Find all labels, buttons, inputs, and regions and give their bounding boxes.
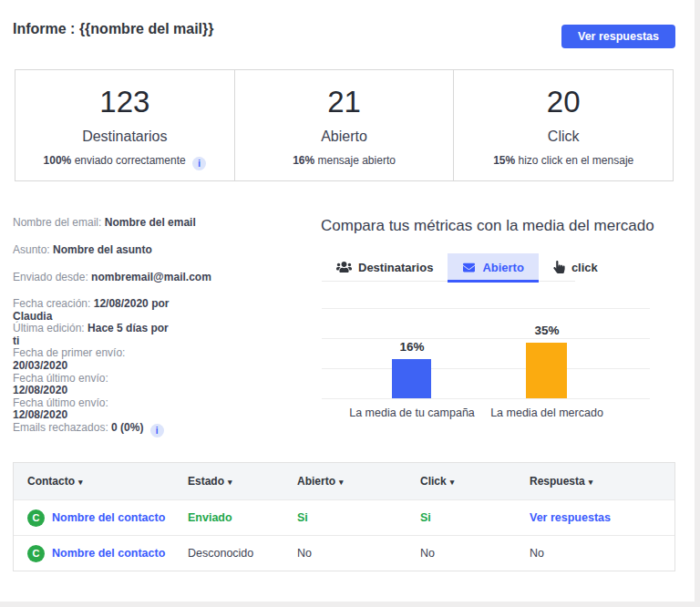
detail-label: Asunto: [13,243,50,256]
view-responses-link[interactable]: Ver respuestas [530,511,611,524]
detail-dates-block: Fecha creación: 12/08/2020 por Claudia Ú… [13,298,286,437]
email-details-panel: Nombre del email: Nombre del email Asunt… [13,216,286,437]
stat-highlight: 16% [293,154,314,167]
stat-card-recipients: 123 Destinatarios 100% enviado correctam… [15,70,234,180]
chevron-down-icon: ▾ [339,478,344,487]
stat-label: Click [454,129,673,145]
detail-value: Nombre del email [105,216,196,229]
stat-label: Destinatarios [15,129,234,145]
info-icon[interactable]: i [150,424,164,437]
comparison-bar-chart: 16% 35% La media de tu campaña La media … [322,308,650,399]
gridline [322,338,650,339]
chevron-down-icon: ▾ [78,478,83,487]
stat-card-clicked: 20 Click 15% hizo click en el mensaje [453,70,673,180]
bar-value-campaign: 16% [385,340,439,354]
contacts-table: Contacto▾ Estado▾ Abierto▾ Click▾ Respue… [13,462,675,571]
column-header-click[interactable]: Click▾ [407,475,516,488]
contact-cell: C Nombre del contacto [14,545,174,562]
column-label: Click [420,475,447,488]
stat-desc-text: enviado correctamente [75,154,186,167]
detail-value: 12/08/2020 por [94,297,170,310]
column-label: Estado [188,475,224,488]
detail-last-send-label: Fecha último envío: [13,373,286,386]
tab-abierto[interactable]: Abierto [448,253,539,281]
detail-value: Nombre del asunto [53,243,152,256]
report-page: Informe : {{nombre del mail}} Ver respue… [0,0,700,607]
detail-label: Enviado desde: [13,271,88,283]
column-label: Abierto [297,475,335,488]
view-responses-button[interactable]: Ver respuestas [561,25,675,48]
bar-campaign [392,359,431,398]
detail-first-send-value: 20/03/2020 [13,360,286,373]
detail-first-send-label: Fecha de primer envío: [13,347,286,360]
stat-desc-text: mensaje abierto [318,154,396,167]
info-icon[interactable]: i [192,157,206,170]
column-label: Contacto [27,475,75,488]
detail-last-send-value: 12/08/2020 [13,385,286,397]
bar-market [526,343,567,398]
category-label-campaign: La media de tu campaña [335,406,489,419]
stat-value: 20 [454,86,673,118]
stat-card-opened: 21 Abierto 16% mensaje abierto [234,70,454,180]
bar-value-market: 35% [520,324,574,337]
column-header-respuesta[interactable]: Respuesta▾ [516,475,674,488]
tab-destinatarios[interactable]: Destinatarios [322,253,448,281]
detail-last-send2-value: 12/08/2020 [13,409,286,422]
detail-edited-line2: ti [13,335,286,348]
compare-title: Compara tus métricas con la media del me… [321,217,676,235]
detail-value: Hace 5 días por [88,322,169,334]
compare-metrics-panel: Compara tus métricas con la media del me… [321,217,676,235]
avatar: C [27,509,45,527]
contact-cell: C Nombre del contacto [14,509,174,527]
column-header-abierto[interactable]: Abierto▾ [283,475,407,488]
column-label: Respuesta [530,475,585,488]
detail-sender: Enviado desde: nombremail@mail.com [13,271,286,283]
contact-link[interactable]: Nombre del contacto [52,511,165,524]
detail-created: Fecha creación: 12/08/2020 por [13,298,286,311]
stats-cards: 123 Destinatarios 100% enviado correctam… [15,69,674,181]
detail-value: nombremail@mail.com [91,271,211,283]
hand-pointer-icon [553,261,565,273]
detail-edited: Última edición: Hace 5 días por [13,323,286,335]
gridline [322,398,650,399]
estado-cell: Enviado [174,511,283,524]
people-icon [336,261,352,273]
avatar: C [27,545,45,562]
tab-label: click [571,261,598,274]
table-row: C Nombre del contacto Desconocido No No … [14,535,674,571]
stat-desc-text: hizo click en el mensaje [519,154,634,167]
detail-last-send2-label: Fecha último envío: [13,397,286,410]
report-content: Informe : {{nombre del mail}} Ver respue… [0,0,695,602]
tab-label: Destinatarios [358,261,433,274]
chevron-down-icon: ▾ [228,478,232,487]
stat-highlight: 15% [493,154,515,167]
click-cell: Si [407,511,516,524]
table-header-row: Contacto▾ Estado▾ Abierto▾ Click▾ Respue… [14,463,674,499]
detail-label: Fecha creación: [13,297,90,310]
stat-value: 21 [235,86,454,118]
tab-label: Abierto [482,261,524,274]
page-title: Informe : {{nombre del mail}} [13,21,214,37]
column-header-estado[interactable]: Estado▾ [174,475,283,488]
gridline [322,308,650,309]
detail-label: Nombre del email: [13,216,101,229]
abierto-cell: No [283,547,407,560]
stat-value: 123 [15,86,234,118]
detail-label: Emails rechazados: [13,421,108,434]
stat-description: 16% mensaje abierto [235,154,454,167]
detail-subject: Asunto: Nombre del asunto [13,243,286,256]
category-label-market: La media del mercado [469,406,624,419]
stat-highlight: 100% [44,154,72,167]
chevron-down-icon: ▾ [450,478,455,487]
abierto-cell: Si [283,511,407,524]
metric-tabs: Destinatarios Abierto click [322,253,575,282]
contact-link[interactable]: Nombre del contacto [52,547,165,560]
tab-click[interactable]: click [539,253,612,281]
column-header-contacto[interactable]: Contacto▾ [14,475,174,488]
detail-label: Última edición: [13,322,85,334]
stat-description: 100% enviado correctamente i [15,154,234,170]
table-row: C Nombre del contacto Enviado Si Si Ver … [14,499,674,535]
respuesta-cell: No [516,547,674,560]
chevron-down-icon: ▾ [589,478,593,487]
gridline [322,368,650,369]
